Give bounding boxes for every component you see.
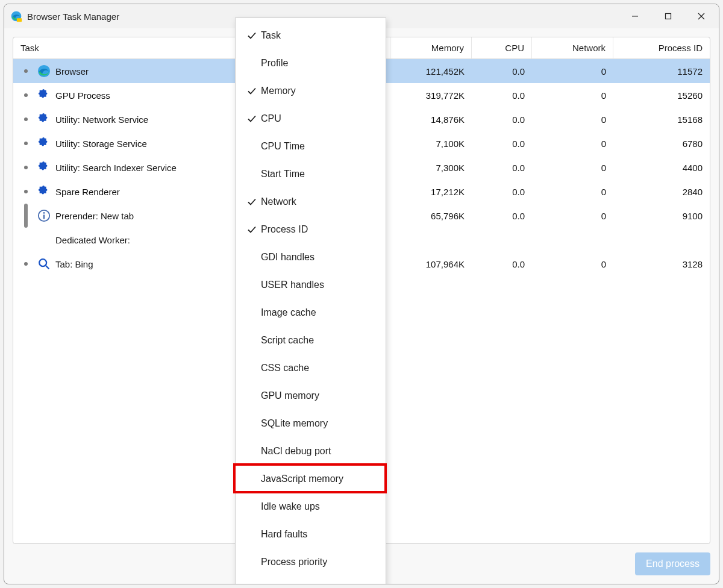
menu-item-label: Start Time — [261, 169, 386, 180]
menu-item[interactable]: Profile — [236, 49, 386, 77]
check-icon — [243, 31, 261, 40]
cell-pid: 6780 — [613, 139, 710, 149]
menu-item[interactable]: Idle wake ups — [236, 493, 386, 521]
menu-item[interactable]: Process priority — [236, 548, 386, 576]
menu-item[interactable]: CPU Time — [236, 133, 386, 160]
close-button[interactable] — [684, 5, 718, 27]
task-name: Dedicated Worker: — [55, 235, 130, 245]
menu-item-label: Script cache — [261, 335, 386, 346]
puzzle-icon — [37, 137, 51, 150]
menu-item-label: CPU — [261, 113, 386, 124]
cell-pid: 3128 — [613, 259, 710, 269]
check-icon — [243, 86, 261, 96]
menu-item-label: Image cache — [261, 307, 386, 318]
cell-network: 0 — [532, 90, 613, 101]
cell-memory: 14,876K — [390, 114, 472, 125]
cell-cpu: 0.0 — [472, 139, 532, 149]
maximize-button[interactable] — [651, 5, 684, 27]
cell-pid: 4400 — [613, 163, 710, 173]
menu-item[interactable]: Script cache — [236, 327, 386, 354]
menu-item-label: Network — [261, 196, 386, 207]
check-icon — [243, 197, 261, 207]
col-cpu[interactable]: CPU — [472, 37, 532, 58]
menu-item[interactable]: Memory — [236, 77, 386, 105]
cell-pid: 9100 — [613, 211, 710, 221]
menu-item-label: GDI handles — [261, 252, 386, 263]
cell-memory: 107,964K — [390, 259, 472, 269]
cell-cpu: 0.0 — [472, 187, 532, 197]
task-name: Utility: Search Indexer Service — [55, 163, 177, 173]
menu-item-label: USER handles — [261, 280, 386, 290]
edge-app-icon — [10, 10, 22, 22]
check-icon — [243, 225, 261, 234]
status-dot-icon — [24, 166, 28, 169]
svg-line-11 — [46, 266, 49, 269]
svg-rect-9 — [43, 214, 45, 219]
task-name: Browser — [55, 66, 89, 77]
menu-item[interactable]: Keepalive count — [236, 576, 386, 584]
check-icon — [243, 114, 261, 124]
menu-item-label: Hard faults — [261, 529, 386, 540]
cell-cpu: 0.0 — [472, 114, 532, 125]
col-process-id[interactable]: Process ID — [613, 37, 710, 58]
menu-item-label: JavaScript memory — [261, 474, 386, 484]
menu-item[interactable]: Start Time — [236, 160, 386, 188]
cell-network: 0 — [532, 163, 613, 173]
cell-memory: 7,300K — [390, 163, 472, 173]
drag-handle-icon[interactable] — [24, 204, 28, 228]
col-network[interactable]: Network — [532, 37, 613, 58]
menu-item[interactable]: Process ID — [236, 216, 386, 243]
menu-item[interactable]: GPU memory — [236, 382, 386, 410]
puzzle-icon — [37, 113, 51, 126]
svg-point-10 — [39, 259, 46, 266]
col-memory[interactable]: Memory — [390, 37, 472, 58]
menu-item[interactable]: Task — [236, 22, 386, 49]
menu-item[interactable]: Network — [236, 188, 386, 216]
columns-context-menu: Task Profile Memory CPU CPU Time Start T… — [235, 17, 386, 584]
cell-memory: 121,452K — [390, 66, 472, 77]
menu-item-label: Memory — [261, 86, 386, 96]
menu-item[interactable]: CPU — [236, 105, 386, 133]
minimize-button[interactable] — [618, 5, 651, 27]
cell-cpu: 0.0 — [472, 66, 532, 77]
edge-icon — [37, 64, 51, 78]
menu-item-label: CPU Time — [261, 141, 386, 152]
cell-network: 0 — [532, 66, 613, 77]
status-dot-icon — [24, 142, 28, 145]
cell-network: 0 — [532, 139, 613, 149]
task-name: Utility: Network Service — [55, 114, 148, 125]
menu-item[interactable]: Image cache — [236, 299, 386, 327]
menu-item-label: Idle wake ups — [261, 501, 386, 512]
svg-point-8 — [43, 212, 45, 214]
status-dot-icon — [24, 190, 28, 193]
window-title: Browser Task Manager — [27, 11, 119, 22]
task-name: Prerender: New tab — [55, 211, 134, 221]
menu-item[interactable]: JavaScript memory — [236, 465, 386, 493]
search-icon — [37, 257, 51, 271]
cell-memory: 7,100K — [390, 139, 472, 149]
cell-network: 0 — [532, 211, 613, 221]
menu-item-label: Process ID — [261, 224, 386, 235]
task-name: Tab: Bing — [55, 259, 93, 269]
cell-cpu: 0.0 — [472, 259, 532, 269]
menu-item[interactable]: USER handles — [236, 271, 386, 299]
end-process-button[interactable]: End process — [635, 552, 710, 575]
menu-item-label: CSS cache — [261, 363, 386, 374]
cell-pid: 11572 — [613, 66, 710, 77]
menu-item[interactable]: NaCl debug port — [236, 437, 386, 465]
menu-item[interactable]: GDI handles — [236, 243, 386, 271]
cell-network: 0 — [532, 187, 613, 197]
puzzle-icon — [37, 89, 51, 102]
menu-item[interactable]: CSS cache — [236, 354, 386, 382]
cell-memory: 17,212K — [390, 187, 472, 197]
cell-cpu: 0.0 — [472, 163, 532, 173]
menu-item[interactable]: Hard faults — [236, 521, 386, 548]
info-icon — [37, 209, 51, 222]
task-manager-window: Browser Task Manager Task Memory CPU Net… — [4, 4, 719, 584]
svg-rect-1 — [17, 18, 22, 22]
menu-item[interactable]: SQLite memory — [236, 410, 386, 437]
menu-item-label: Task — [261, 30, 386, 41]
cell-network: 0 — [532, 259, 613, 269]
cell-pid: 2840 — [613, 187, 710, 197]
status-dot-icon — [24, 117, 28, 121]
